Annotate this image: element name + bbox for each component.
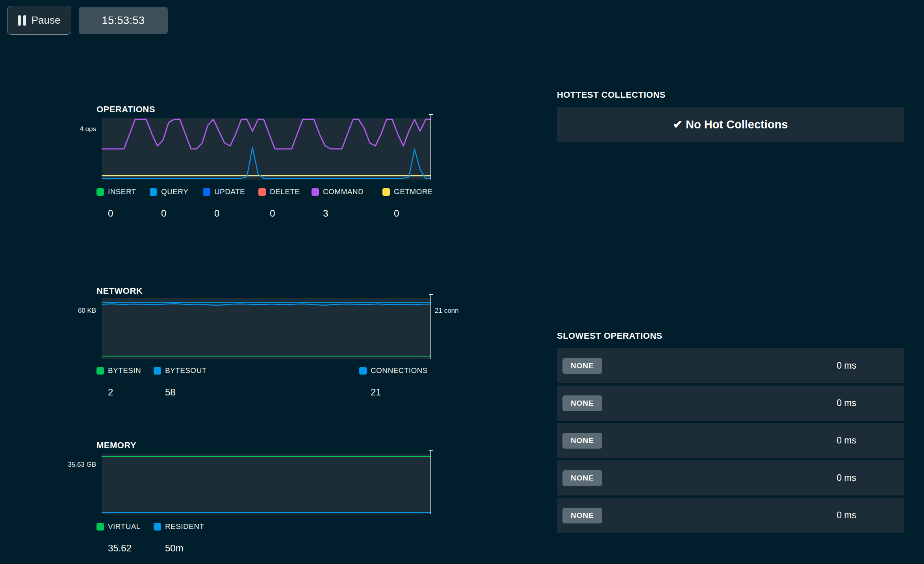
virtual-swatch-icon	[96, 523, 104, 531]
hottest-collections-panel: ✔ No Hot Collections	[557, 107, 904, 142]
legend-item-resident: RESIDENT 50m	[154, 522, 204, 554]
legend-item-bytesin: BYTESIN 2	[96, 366, 141, 398]
legend-item-bytesout: BYTESOUT 58	[154, 366, 207, 398]
slowest-operations-title: SLOWEST OPERATIONS	[557, 331, 662, 341]
operation-duration: 0 ms	[837, 360, 856, 371]
operation-badge: NONE	[562, 470, 602, 486]
operation-badge: NONE	[562, 433, 602, 449]
getmore-value: 0	[394, 208, 433, 219]
command-swatch-icon	[312, 188, 319, 196]
legend-item-insert: INSERT 0	[96, 187, 136, 219]
bytesin-swatch-icon	[96, 367, 104, 375]
hottest-collections-title: HOTTEST COLLECTIONS	[557, 90, 666, 100]
legend-item-getmore: GETMORE 0	[382, 187, 433, 219]
slowest-operation-row: NONE 0 ms	[557, 423, 904, 458]
insert-swatch-icon	[96, 188, 104, 196]
no-hot-collections-message: ✔ No Hot Collections	[673, 118, 788, 131]
update-label: UPDATE	[214, 187, 245, 196]
delete-label: DELETE	[270, 187, 300, 196]
legend-item-delete: DELETE 0	[258, 187, 300, 219]
operations-chart	[102, 118, 431, 180]
pause-button[interactable]: Pause	[7, 6, 71, 35]
time-cursor	[430, 450, 431, 514]
clock-time: 15:53:53	[102, 15, 145, 27]
network-title: NETWORK	[96, 286, 143, 296]
time-cursor	[430, 114, 431, 180]
bytesout-label: BYTESOUT	[165, 366, 207, 375]
bytesin-value: 2	[108, 387, 141, 398]
delete-value: 0	[270, 208, 300, 219]
operations-title: OPERATIONS	[96, 104, 155, 115]
connections-swatch-icon	[359, 367, 367, 375]
time-cursor	[430, 294, 431, 359]
operation-duration: 0 ms	[837, 398, 856, 408]
operation-duration: 0 ms	[837, 473, 856, 483]
operation-duration: 0 ms	[837, 435, 856, 446]
virtual-value: 35.62	[108, 543, 141, 554]
resident-label: RESIDENT	[165, 522, 204, 531]
getmore-label: GETMORE	[394, 187, 433, 196]
legend-item-command: COMMAND 3	[312, 187, 364, 219]
pause-icon	[18, 15, 26, 26]
slowest-operation-row: NONE 0 ms	[557, 348, 904, 383]
slowest-operation-row: NONE 0 ms	[557, 498, 904, 533]
network-chart	[102, 298, 431, 359]
operation-duration: 0 ms	[837, 510, 856, 521]
slowest-operation-row: NONE 0 ms	[557, 460, 904, 495]
bytesout-swatch-icon	[154, 367, 161, 375]
slowest-operation-row: NONE 0 ms	[557, 386, 904, 421]
connections-label: CONNECTIONS	[371, 366, 428, 375]
memory-chart-svg	[102, 454, 431, 514]
update-value: 0	[214, 208, 245, 219]
network-right-axis-label: 21 conn	[435, 307, 459, 315]
operation-badge: NONE	[562, 508, 602, 523]
operations-y-axis-label: 4 ops	[39, 125, 96, 133]
query-value: 0	[161, 208, 188, 219]
getmore-swatch-icon	[382, 188, 390, 196]
slowest-operations-list: NONE 0 ms NONE 0 ms NONE 0 ms NONE 0 ms …	[557, 348, 904, 533]
insert-label: INSERT	[108, 187, 136, 196]
operation-badge: NONE	[562, 395, 602, 411]
legend-item-update: UPDATE 0	[203, 187, 245, 219]
legend-item-connections: CONNECTIONS 21	[359, 366, 428, 398]
update-swatch-icon	[203, 188, 210, 196]
query-label: QUERY	[161, 187, 188, 196]
connections-value: 21	[371, 387, 428, 398]
clock-display: 15:53:53	[79, 7, 168, 34]
memory-y-axis-label: 35.63 GB	[35, 461, 96, 469]
pause-button-label: Pause	[32, 14, 61, 26]
insert-value: 0	[108, 208, 136, 219]
network-y-axis-label: 60 KB	[39, 307, 96, 315]
network-chart-svg	[102, 298, 431, 359]
memory-chart	[102, 454, 431, 514]
resident-value: 50m	[165, 543, 204, 554]
query-swatch-icon	[150, 188, 157, 196]
bytesout-value: 58	[165, 387, 207, 398]
bytesin-label: BYTESIN	[108, 366, 141, 375]
virtual-label: VIRTUAL	[108, 522, 141, 531]
legend-item-virtual: VIRTUAL 35.62	[96, 522, 141, 554]
delete-swatch-icon	[258, 188, 266, 196]
memory-title: MEMORY	[96, 440, 136, 451]
command-label: COMMAND	[323, 187, 364, 196]
legend-item-query: QUERY 0	[150, 187, 188, 219]
resident-swatch-icon	[154, 523, 161, 531]
command-value: 3	[323, 208, 364, 219]
operations-chart-svg	[102, 118, 431, 180]
operation-badge: NONE	[562, 358, 602, 374]
